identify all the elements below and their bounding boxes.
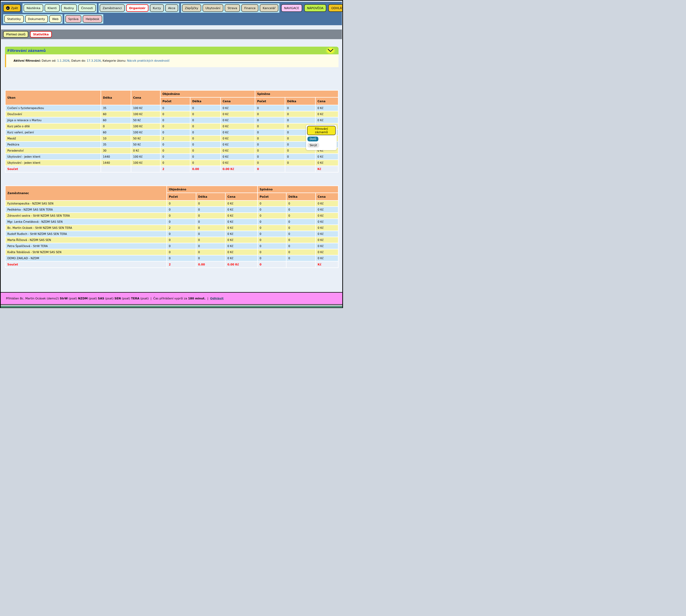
zamestnanci-table-header: Zaměstnanec Objednáno Splněno Počet Délk… [5, 186, 338, 200]
nav-group-admin: SprávaHelpdesk [64, 14, 103, 24]
filter-segment[interactable]: Nácvik praktických dovedností [127, 59, 169, 62]
sub-header: Počet [161, 97, 190, 105]
nav-button[interactable]: Kancelář [260, 4, 278, 12]
table-row: Pedikúra 35 50 Kč 0 0 0 Kč 0 0 0 Kč [5, 142, 338, 147]
sub-header: Délka [196, 193, 225, 200]
table-row: Mgr. Lenka Čmeláková - NZDM SAS SEN 0 0 … [5, 219, 338, 224]
sub-header: Cena [226, 193, 257, 200]
status-segment: SEN [115, 297, 121, 300]
nav-button[interactable]: Organizér [126, 4, 148, 12]
nav-row-2: StatistikyDokumentyWeb SprávaHelpdesk [3, 14, 340, 24]
filter-segment: Aktivní filtrování: [14, 59, 41, 62]
sub-header: Cena [316, 97, 338, 105]
status-segment[interactable]: Odhlásit [210, 297, 224, 300]
context-menu: Filtrování záznamůDolůSkrýt [306, 125, 337, 150]
sub-header: Délka [285, 97, 315, 105]
filter-segment[interactable]: 17.3.2026 [87, 59, 101, 62]
filter-segment: , Kategorie úkonu: [101, 59, 127, 62]
table-row: Ubytování - jeden klient 1440 100 Kč 0 0… [5, 160, 338, 166]
ukony-table: Úkon Délka Cena Objednáno Splněno Počet … [5, 90, 339, 173]
col-header-ukon: Úkon [5, 91, 100, 105]
table-row: DEMO ZAKLAD - NZDM 0 0 0 Kč 0 0 0 Kč [5, 256, 338, 261]
table-row: Poradenství 30 0 Kč 0 0 0 Kč 0 0 0 Kč [5, 148, 338, 153]
sub-header: Délka [287, 193, 315, 200]
chevron-down-icon[interactable] [325, 47, 336, 54]
tab[interactable]: Statistika [30, 31, 52, 38]
context-menu-item[interactable]: Skrýt [307, 143, 319, 148]
table-row: Doučování 60 100 Kč 0 0 0 Kč 0 0 0 Kč [5, 111, 338, 117]
nav-button[interactable]: ODHLÁSIT [328, 4, 343, 12]
filter-segment[interactable]: 1.1.2026 [57, 59, 69, 62]
sub-header: Délka [190, 97, 220, 105]
demo-info-bar: Tato Evidence používá 173 z 180 voliteln… [1, 306, 342, 308]
totals-row: Součet 2 0.00 0.00 Kč 0 Kč [5, 262, 338, 267]
filter-header[interactable]: Filtrování záznamů [5, 47, 339, 54]
app-page: Zpět NástěnkaKlientiRodinyČinnosti Zaměs… [0, 0, 343, 308]
nav-button[interactable]: Nástěnka [24, 4, 43, 12]
nav-button[interactable]: Strava [225, 4, 240, 12]
nav-button[interactable]: Zaměstnanci [100, 4, 124, 12]
back-arrow-icon [6, 6, 10, 10]
table-row: Cvičení s fyzioterapeutkou 35 100 Kč 0 0… [5, 105, 338, 111]
nav-button[interactable]: Ubytování [203, 4, 223, 12]
nav-button[interactable]: Helpdesk [83, 15, 102, 23]
filter-panel: Filtrování záznamů Aktivní filtrování: D… [5, 47, 339, 67]
nav-group-system: NAVIGACENÁPOVĚDAODHLÁSIT [281, 4, 343, 12]
status-segment: (psat) [68, 297, 78, 300]
back-button-label: Zpět [11, 6, 18, 10]
table-row: Ubytování - jeden klient 1440 100 Kč 0 0… [5, 154, 338, 159]
sub-header: Počet [167, 193, 196, 200]
status-segment: (psat) | Čas přihlášení vyprší za [139, 297, 188, 300]
status-segment: Přihlášen Bc. Martin Ocásek (demo2) [6, 297, 60, 300]
nav-button[interactable]: Činnosti [78, 4, 96, 12]
table-row: Bc. Martin Ocásek - StrW NZDM SAS SEN TE… [5, 225, 338, 230]
status-segment: | [205, 297, 210, 300]
table-row: Kurz vaření, pečení 60 100 Kč 0 0 0 Kč 0… [5, 130, 338, 135]
nav-button[interactable]: Rodiny [61, 4, 77, 12]
status-segment: StrW [60, 297, 68, 300]
table-row: Marta Říčková - NZDM SAS SEN 0 0 0 Kč 0 … [5, 237, 338, 243]
table-row: Kurz péče o dítě 0 100 Kč 0 0 0 Kč 0 0 0… [5, 124, 338, 129]
group-header-splneno: Splněno [255, 91, 338, 97]
context-menu-item[interactable]: Filtrování záznamů [307, 126, 336, 135]
status-segment: (psat) [88, 297, 98, 300]
table-row: Petra Špalíčková - StrW TERA 0 0 0 Kč 0 … [5, 243, 338, 249]
nav-button[interactable]: Statistiky [4, 15, 24, 23]
zamestnanci-table: Zaměstnanec Objednáno Splněno Počet Délk… [5, 185, 339, 268]
nav-button[interactable]: Správa [65, 15, 82, 23]
table-row: Masáž 10 50 Kč 2 0 0 Kč 0 0 0 Kč [5, 136, 338, 141]
status-segment: TERA [131, 297, 139, 300]
filter-segment: Datum od: [41, 59, 57, 62]
nav-group-overview: NástěnkaKlientiRodinyČinnosti [23, 3, 97, 13]
nav-button[interactable]: Dokumenty [25, 15, 48, 23]
back-button[interactable]: Zpět [3, 4, 21, 12]
group-header-splneno: Splněno [258, 186, 338, 193]
status-segment: NZDM [78, 297, 88, 300]
group-header-objednano: Objednáno [167, 186, 257, 193]
col-header-zamestnanec: Zaměstnanec [5, 186, 166, 200]
sub-header: Počet [258, 193, 286, 200]
filter-segment: , Datum do: [69, 59, 87, 62]
nav-button[interactable]: NAVIGACE [281, 4, 302, 12]
status-segment: (psat) [104, 297, 114, 300]
nav-button[interactable]: NÁPOVĚDA [304, 4, 326, 12]
active-filter-summary: Aktivní filtrování: Datum od: 1.1.2026, … [5, 54, 339, 67]
nav-button[interactable]: Finance [241, 4, 258, 12]
group-header-objednano: Objednáno [161, 91, 255, 97]
totals-row: Součet 2 0.00 0.00 Kč 0 Kč [5, 166, 338, 172]
nav-button[interactable]: Akce [165, 4, 178, 12]
nav-button[interactable]: Kurzy [150, 4, 164, 12]
context-menu-item[interactable]: Dolů [307, 137, 318, 141]
nav-button[interactable]: Klienti [45, 4, 60, 12]
table-row: Jóga a relaxace s Martou 60 50 Kč 0 0 0 … [5, 117, 338, 123]
table-row: Rudolf Ruďoch - StrW NZDM SAS SEN TERA 0… [5, 231, 338, 237]
col-header-cena: Cena [131, 91, 160, 105]
main-nav: Zpět NástěnkaKlientiRodinyČinnosti Zaměs… [1, 2, 342, 25]
chevron-down-glyph [327, 49, 334, 52]
table-row: Květa Tobiášová - StrW NZDM SAS SEN 0 0 … [5, 249, 338, 255]
nav-button[interactable]: Zápůjčky [182, 4, 201, 12]
nav-button[interactable]: Web [49, 15, 62, 23]
nav-row-1: Zpět NástěnkaKlientiRodinyČinnosti Zaměs… [3, 3, 340, 13]
tab[interactable]: Přehled úkolů [3, 31, 28, 38]
col-header-delka: Délka [101, 91, 131, 105]
